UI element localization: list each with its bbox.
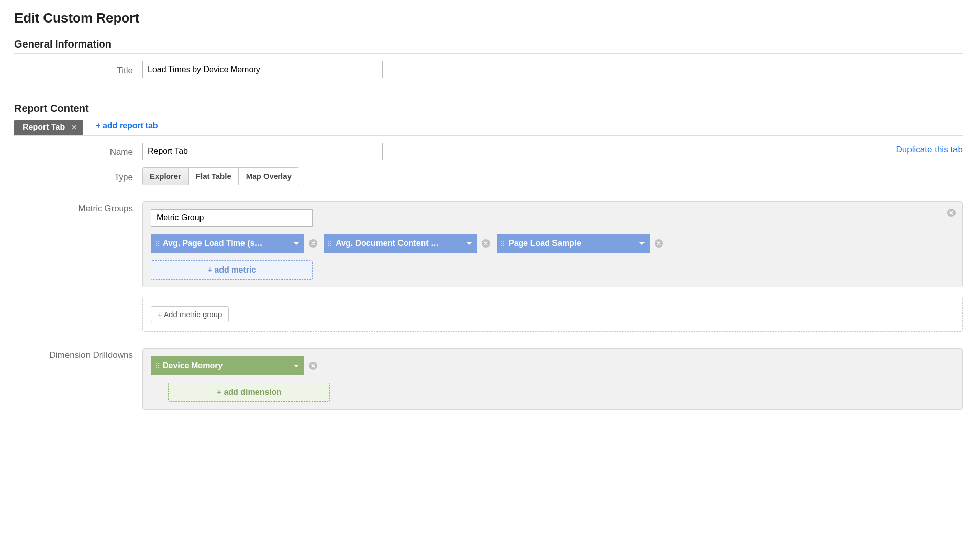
metric-chip-label: Avg. Page Load Time (s… bbox=[160, 239, 291, 248]
add-dimension-button[interactable]: + add dimension bbox=[168, 383, 330, 402]
title-input[interactable] bbox=[142, 61, 383, 78]
label-name: Name bbox=[14, 145, 142, 158]
add-metric-group-button[interactable]: + Add metric group bbox=[151, 306, 229, 322]
close-icon bbox=[947, 208, 956, 217]
section-heading-content: Report Content bbox=[14, 103, 963, 120]
metric-chip-label: Page Load Sample bbox=[505, 239, 636, 248]
chevron-down-icon bbox=[467, 242, 472, 245]
drag-handle-icon[interactable] bbox=[501, 241, 505, 246]
chevron-down-icon bbox=[294, 242, 299, 245]
metric-chip[interactable]: Avg. Document Content … bbox=[324, 234, 477, 253]
report-tab-strip: Report Tab ✕ + add report tab bbox=[14, 120, 963, 136]
metric-group-panel: Avg. Page Load Time (s… Avg. Document Co… bbox=[142, 201, 963, 287]
dimension-chip-label: Device Memory bbox=[160, 361, 291, 370]
chevron-down-icon bbox=[294, 365, 299, 367]
page-title: Edit Custom Report bbox=[14, 10, 963, 26]
type-option-explorer[interactable]: Explorer bbox=[143, 168, 189, 185]
dimension-chip[interactable]: Device Memory bbox=[151, 356, 304, 375]
metric-group-name-input[interactable] bbox=[151, 209, 313, 227]
label-metric-groups: Metric Groups bbox=[14, 201, 142, 214]
type-option-flat-table[interactable]: Flat Table bbox=[189, 168, 239, 185]
chevron-down-icon bbox=[639, 242, 645, 245]
drag-handle-icon[interactable] bbox=[156, 363, 160, 368]
close-icon bbox=[654, 239, 663, 248]
section-heading-general: General Information bbox=[14, 38, 963, 53]
label-type: Type bbox=[14, 170, 142, 183]
remove-dimension-button[interactable] bbox=[308, 361, 318, 370]
tab-name-input[interactable] bbox=[142, 143, 383, 160]
close-icon bbox=[481, 239, 491, 248]
drag-handle-icon[interactable] bbox=[328, 241, 332, 246]
remove-metric-button[interactable] bbox=[308, 239, 318, 248]
drag-handle-icon[interactable] bbox=[156, 241, 160, 246]
remove-metric-button[interactable] bbox=[481, 239, 491, 248]
type-option-map-overlay[interactable]: Map Overlay bbox=[239, 168, 299, 185]
close-icon bbox=[308, 239, 318, 248]
label-title: Title bbox=[14, 63, 142, 76]
dimension-panel: Device Memory + add dimension bbox=[142, 348, 963, 410]
duplicate-tab-link[interactable]: Duplicate this tab bbox=[896, 145, 963, 155]
type-toggle-group: Explorer Flat Table Map Overlay bbox=[142, 167, 299, 185]
remove-metric-button[interactable] bbox=[654, 239, 663, 248]
metric-chip[interactable]: Avg. Page Load Time (s… bbox=[151, 234, 304, 253]
report-tab-active[interactable]: Report Tab ✕ bbox=[14, 120, 83, 135]
report-tab-label: Report Tab bbox=[23, 123, 65, 132]
close-icon[interactable]: ✕ bbox=[71, 123, 77, 131]
label-dimension-drilldowns: Dimension Drilldowns bbox=[14, 348, 142, 361]
add-metric-button[interactable]: + add metric bbox=[151, 260, 313, 280]
close-icon bbox=[308, 361, 318, 370]
add-report-tab-link[interactable]: + add report tab bbox=[96, 121, 158, 133]
add-metric-group-panel: + Add metric group bbox=[142, 297, 963, 332]
metric-chip[interactable]: Page Load Sample bbox=[497, 234, 650, 253]
remove-metric-group-button[interactable] bbox=[947, 208, 956, 217]
metric-chip-label: Avg. Document Content … bbox=[332, 239, 463, 248]
